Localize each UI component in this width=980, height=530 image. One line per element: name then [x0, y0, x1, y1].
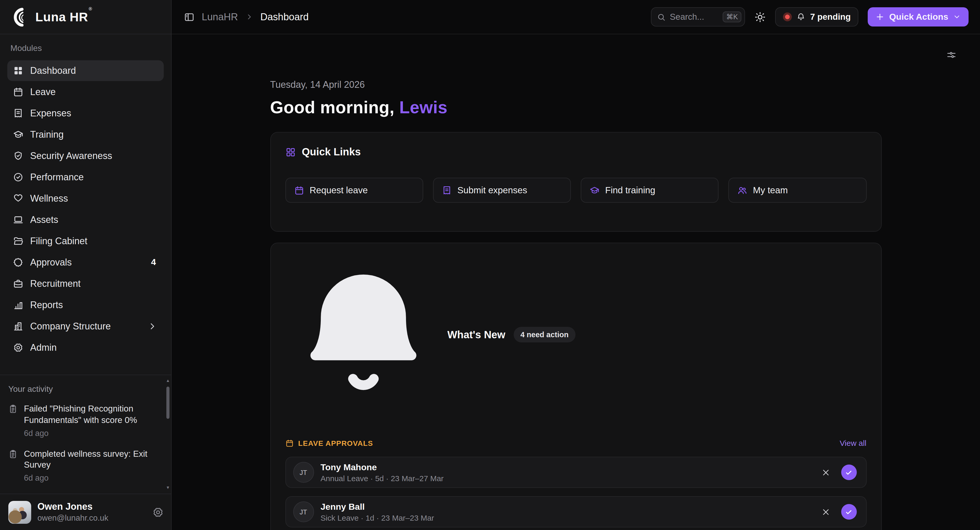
bell-icon	[285, 257, 441, 413]
modules-nav: DashboardLeaveExpensesTrainingSecurity A…	[7, 60, 164, 358]
sidebar-item-expenses[interactable]: Expenses	[7, 103, 164, 124]
plus-icon	[876, 13, 885, 21]
check-icon	[845, 468, 853, 476]
sidebar-item-label: Security Awareness	[30, 151, 112, 161]
scrollbar-thumb[interactable]	[166, 387, 170, 419]
approve-check-button[interactable]	[841, 504, 856, 520]
sidebar-item-label: Admin	[30, 342, 57, 353]
section-header-left: LEAVE APPROVALS	[285, 439, 373, 447]
activity-item[interactable]: Failed "Phishing Recognition Fundamental…	[8, 403, 161, 438]
settings-gear-icon[interactable]	[152, 506, 164, 518]
quick-link-label: Find training	[605, 185, 655, 196]
chevron-right-icon	[148, 322, 158, 331]
approval-row[interactable]: JTJenny BallSick Leave · 1d · 23 Mar–23 …	[285, 496, 866, 527]
notifications-button[interactable]: 7 pending	[775, 7, 859, 27]
sidebar-item-label: Filing Cabinet	[30, 236, 88, 246]
sidebar-modules: Modules DashboardLeaveExpensesTrainingSe…	[0, 34, 171, 374]
modules-label: Modules	[7, 44, 164, 53]
view-all-link[interactable]: View all	[840, 438, 866, 447]
quick-link-label: Submit expenses	[458, 185, 527, 196]
theme-toggle-sun-icon[interactable]	[755, 11, 766, 22]
activity-item-text: Completed wellness survey: Exit Survey	[24, 448, 149, 471]
avatar[interactable]	[8, 501, 31, 524]
layout-settings-sliders-icon[interactable]	[946, 50, 957, 60]
topbar: LunaHR Dashboard Search... ⌘K 7 pending	[172, 0, 980, 34]
quick-links-card: Quick Links Request leaveSubmit expenses…	[270, 132, 881, 232]
activity-item[interactable]: Completed wellness survey: Exit Survey6d…	[8, 448, 161, 483]
scroll-down-arrow-icon[interactable]: ▼	[165, 485, 170, 490]
approval-row[interactable]: JTTony MahoneAnnual Leave · 5d · 23 Mar–…	[285, 457, 866, 488]
dashboard-icon	[13, 65, 23, 76]
sidebar-item-training[interactable]: Training	[7, 124, 164, 145]
activity-item-time: 6d ago	[24, 428, 149, 438]
sidebar-item-label: Recruitment	[30, 278, 81, 289]
receipt-icon	[442, 185, 452, 195]
approval-row-texts: Tony MahoneAnnual Leave · 5d · 23 Mar–27…	[320, 462, 444, 483]
sidebar-item-admin[interactable]: Admin	[7, 337, 164, 358]
quick-actions-label: Quick Actions	[889, 12, 948, 22]
greeting-name: Lewis	[399, 98, 447, 117]
sidebar-item-assets[interactable]: Assets	[7, 209, 164, 230]
sidebar-item-filing-cabinet[interactable]: Filing Cabinet	[7, 231, 164, 251]
luna-moon-logo-icon	[11, 8, 30, 26]
search-input[interactable]: Search... ⌘K	[651, 7, 745, 27]
sidebar-item-label: Wellness	[30, 193, 68, 204]
calendar-icon	[285, 439, 293, 447]
approve-check-button[interactable]	[841, 465, 856, 480]
section-label: LEAVE APPROVALS	[298, 439, 373, 447]
dashboard-content: Tuesday, 14 April 2026 Good morning, Lew…	[172, 34, 980, 530]
sidebar-toggle-icon[interactable]	[184, 12, 194, 22]
approval-row-name: Tony Mahone	[320, 462, 444, 473]
calendar-icon	[13, 87, 23, 97]
approval-row-actions	[821, 465, 856, 480]
reject-x-icon[interactable]	[821, 468, 830, 477]
chevron-right-icon	[245, 13, 253, 21]
sidebar-item-reports[interactable]: Reports	[7, 295, 164, 316]
breadcrumb-root[interactable]: LunaHR	[202, 11, 238, 22]
sidebar: Luna HR® Modules DashboardLeaveExpensesT…	[0, 0, 172, 530]
gear-icon	[13, 343, 23, 353]
brand-logo: Luna HR®	[0, 0, 171, 34]
graduation-cap-icon	[13, 129, 23, 140]
user-name: Owen Jones	[37, 501, 108, 513]
graduation-cap-icon	[590, 185, 600, 195]
activity-item-text: Failed "Phishing Recognition Fundamental…	[24, 403, 149, 426]
scroll-up-arrow-icon[interactable]: ▲	[165, 378, 170, 384]
sidebar-item-performance[interactable]: Performance	[7, 167, 164, 187]
sidebar-item-dashboard[interactable]: Dashboard	[7, 60, 164, 81]
target-icon	[13, 172, 23, 182]
quick-link-label: Request leave	[310, 185, 368, 196]
reject-x-icon[interactable]	[821, 508, 830, 516]
sidebar-item-wellness[interactable]: Wellness	[7, 188, 164, 209]
activity-section: Your activity Failed "Phishing Recogniti…	[0, 374, 171, 494]
sidebar-item-label: Training	[30, 129, 64, 140]
whats-new-title: What's New	[447, 328, 505, 341]
quick-actions-button[interactable]: Quick Actions	[868, 7, 969, 27]
greeting: Good morning, Lewis	[270, 97, 881, 119]
receipt-icon	[13, 108, 23, 119]
sidebar-item-label: Leave	[30, 87, 56, 97]
quick-link-find-training[interactable]: Find training	[581, 178, 719, 203]
sidebar-item-company-structure[interactable]: Company Structure	[7, 316, 164, 337]
sidebar-item-recruitment[interactable]: Recruitment	[7, 273, 164, 294]
quick-links-title: Quick Links	[302, 146, 361, 158]
clipboard-icon	[8, 449, 18, 459]
approval-row-detail: Annual Leave · 5d · 23 Mar–27 Mar	[320, 474, 444, 483]
sidebar-item-label: Expenses	[30, 108, 71, 119]
need-action-badge: 4 need action	[514, 327, 575, 343]
sidebar-item-approvals[interactable]: Approvals4	[7, 252, 164, 273]
approval-row-detail: Sick Leave · 1d · 23 Mar–23 Mar	[320, 513, 434, 522]
activity-label: Your activity	[8, 384, 161, 394]
sidebar-item-leave[interactable]: Leave	[7, 82, 164, 102]
quick-link-request-leave[interactable]: Request leave	[285, 178, 423, 203]
check-icon	[845, 508, 853, 516]
quick-link-submit-expenses[interactable]: Submit expenses	[433, 178, 571, 203]
sidebar-item-label: Performance	[30, 172, 84, 182]
activity-scrollbar[interactable]: ▲ ▼	[165, 378, 170, 490]
activity-item-texts: Failed "Phishing Recognition Fundamental…	[24, 403, 149, 438]
sidebar-item-security-awareness[interactable]: Security Awareness	[7, 146, 164, 166]
quick-link-my-team[interactable]: My team	[729, 178, 867, 203]
pending-count: 7 pending	[810, 12, 851, 22]
sidebar-item-label: Company Structure	[30, 321, 111, 332]
section-header: LEAVE APPROVALSView all	[285, 438, 866, 447]
